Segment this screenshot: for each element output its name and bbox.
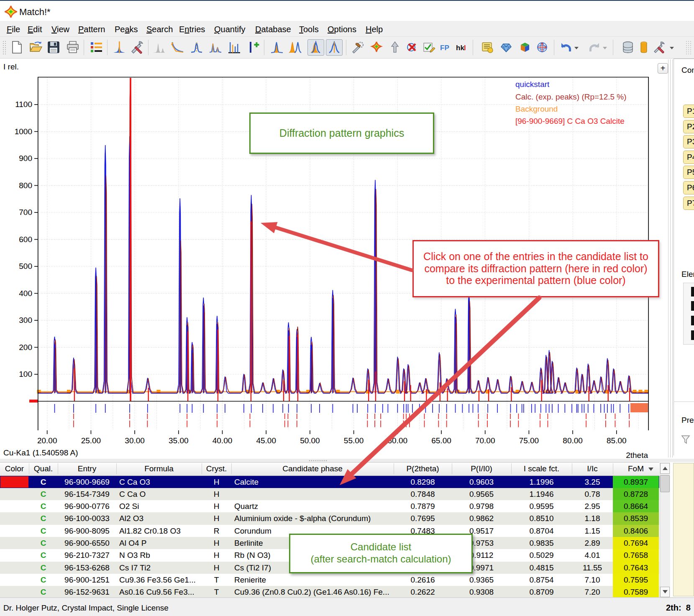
svg-text:Cu-Ka1 (1.540598 A): Cu-Ka1 (1.540598 A) (3, 448, 78, 457)
svg-text:l: l (464, 44, 466, 52)
svg-text:hk: hk (456, 44, 464, 52)
svg-text:1100: 1100 (15, 100, 32, 109)
svg-text:1000: 1000 (15, 127, 32, 136)
svg-text:70.00: 70.00 (475, 436, 495, 445)
svg-text:100: 100 (19, 370, 32, 378)
svg-text:45.00: 45.00 (256, 436, 276, 445)
svg-text:500: 500 (19, 262, 32, 271)
svg-text:65.00: 65.00 (431, 436, 451, 445)
svg-text:quickstart: quickstart (515, 80, 550, 89)
svg-text:Calc. (exp. peaks) (Rp=12.5 %): Calc. (exp. peaks) (Rp=12.5 %) (515, 92, 627, 101)
svg-text:FP: FP (440, 44, 449, 52)
svg-text:30.00: 30.00 (125, 436, 145, 445)
svg-text:I rel.: I rel. (3, 62, 19, 71)
svg-text:900: 900 (19, 154, 32, 163)
svg-text:40.00: 40.00 (213, 436, 233, 445)
svg-text:[96-900-9669] C Ca O3 Calcite: [96-900-9669] C Ca O3 Calcite (515, 117, 625, 125)
svg-text:600: 600 (19, 235, 32, 244)
svg-text:700: 700 (19, 208, 32, 217)
svg-text:55.00: 55.00 (344, 436, 364, 445)
svg-text:Background: Background (515, 105, 558, 113)
svg-text:300: 300 (19, 316, 32, 325)
svg-text:800: 800 (19, 181, 32, 190)
svg-text:60.00: 60.00 (388, 436, 408, 445)
svg-text:200: 200 (19, 343, 32, 352)
svg-text:35.00: 35.00 (169, 436, 189, 445)
svg-text:75.00: 75.00 (519, 436, 539, 445)
svg-text:85.00: 85.00 (607, 436, 627, 445)
svg-text:80.00: 80.00 (563, 436, 583, 445)
svg-text:25.00: 25.00 (81, 436, 101, 445)
svg-text:2theta: 2theta (626, 451, 648, 460)
svg-text:400: 400 (19, 289, 32, 298)
svg-text:20.00: 20.00 (37, 436, 57, 445)
svg-text:50.00: 50.00 (300, 436, 320, 445)
